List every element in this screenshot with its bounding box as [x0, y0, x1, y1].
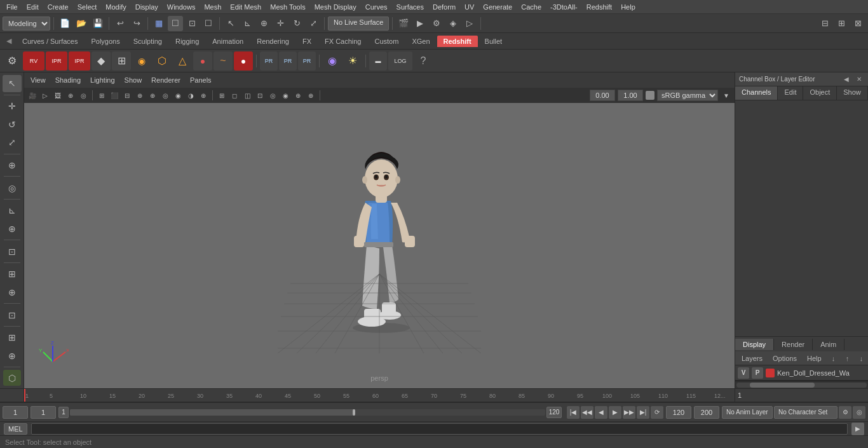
right-panel-scrollbar[interactable] — [735, 381, 868, 388]
vp-gate-icon[interactable]: ◫ — [241, 90, 253, 101]
timeline-area[interactable]: 1 5 10 15 20 25 30 35 40 45 50 55 60 65 … — [24, 389, 735, 402]
menu-mesh[interactable]: Mesh — [200, 2, 225, 12]
move-tool-button[interactable]: ✛ — [273, 16, 288, 31]
workspace-dropdown[interactable]: Modeling — [3, 17, 50, 31]
shelf-mat-btn2[interactable]: ~ — [214, 51, 233, 71]
layers-menu-layers[interactable]: Layers — [738, 353, 766, 363]
render-view-button[interactable]: 🎬 — [396, 16, 411, 31]
marquee-lt[interactable]: ⊡ — [3, 243, 22, 260]
camera-tools-lt[interactable]: ⊞ — [3, 329, 22, 346]
tab-animation[interactable]: Animation — [206, 36, 250, 47]
shelf-question-button[interactable]: ? — [414, 51, 433, 71]
vp-menu-shading[interactable]: Shading — [51, 75, 85, 85]
menu-curves[interactable]: Curves — [362, 2, 391, 12]
hypershade-button[interactable]: ◈ — [445, 16, 461, 31]
shelf-light-button[interactable]: ☀ — [343, 51, 362, 71]
play-button[interactable]: ▶ — [609, 406, 621, 419]
shelf-cube-button[interactable]: ⬡ — [153, 51, 172, 71]
menu-deform[interactable]: Deform — [429, 2, 459, 12]
layer-color-swatch[interactable] — [766, 369, 775, 377]
scale-tool-lt[interactable]: ⤢ — [3, 134, 22, 151]
menu-uv[interactable]: UV — [461, 2, 478, 12]
menu-generate[interactable]: Generate — [479, 2, 516, 12]
go-to-end-button[interactable]: ▶| — [637, 406, 649, 419]
tab-polygons[interactable]: Polygons — [85, 36, 126, 47]
vp-snap2-icon[interactable]: ◎ — [78, 90, 89, 101]
shelf-pr2-button[interactable]: PR — [279, 51, 297, 71]
vp-image-icon[interactable]: 🖼 — [52, 90, 64, 101]
snap-grid-lt[interactable]: ⊞ — [3, 266, 22, 283]
vp-isolate-icon[interactable]: ◉ — [280, 90, 291, 101]
shelf-rv-button[interactable]: RV — [23, 51, 44, 71]
shelf-ipr-button[interactable]: IPR — [46, 51, 67, 71]
vp-lighting-icon[interactable]: ⊕ — [147, 90, 158, 101]
menu-mesh-display[interactable]: Mesh Display — [311, 2, 360, 12]
menu-file[interactable]: File — [3, 2, 22, 12]
layer-playback-button[interactable]: P — [752, 367, 763, 379]
tab-show[interactable]: Show — [837, 86, 868, 100]
exposure-value-input[interactable] — [618, 90, 643, 101]
shelf-grid-button[interactable]: ⊞ — [112, 51, 131, 71]
range-slider-thumb[interactable] — [353, 409, 355, 416]
tab-rendering[interactable]: Rendering — [250, 36, 295, 47]
color-expand-icon[interactable]: ▼ — [721, 90, 732, 101]
menu-display[interactable]: Display — [132, 2, 162, 12]
vp-rig-icon[interactable]: ⊕ — [292, 90, 304, 101]
layers-menu-options[interactable]: Options — [769, 353, 801, 363]
save-file-button[interactable]: 💾 — [90, 16, 105, 31]
select-hierarchy-button[interactable]: ▦ — [151, 16, 166, 31]
camera-tools-lt2[interactable]: ⊕ — [3, 347, 22, 364]
tab-bullet[interactable]: Bullet — [478, 36, 509, 47]
gamma-value-input[interactable] — [590, 90, 615, 101]
vp-menu-renderer[interactable]: Renderer — [147, 75, 184, 85]
menu-3dto-all[interactable]: -3DtoAll- — [546, 2, 581, 12]
render-sequence-button[interactable]: ▷ — [462, 16, 477, 31]
menu-select[interactable]: Select — [74, 2, 101, 12]
prev-frame-button[interactable]: ◀ — [595, 406, 607, 419]
no-anim-layer-dropdown[interactable]: No Anim Layer — [722, 406, 773, 419]
scrollbar-track[interactable] — [736, 383, 867, 388]
shelf-pr3-button[interactable]: PR — [298, 51, 316, 71]
vp-manip-icon[interactable]: ◎ — [267, 90, 278, 101]
viewport-3d[interactable]: View Shading Lighting Show Renderer Pane… — [24, 72, 735, 388]
vp-region-icon[interactable]: ⊡ — [254, 90, 266, 101]
channel-box-close-button[interactable]: ✕ — [854, 74, 864, 85]
scrollbar-thumb[interactable] — [750, 383, 815, 388]
minimize-panel-button[interactable]: ⊟ — [817, 16, 832, 31]
show-manip-lt[interactable]: ⊕ — [3, 157, 22, 174]
menu-surfaces[interactable]: Surfaces — [393, 2, 428, 12]
scale-tool-button[interactable]: ⤢ — [306, 16, 321, 31]
tab-edit[interactable]: Edit — [778, 86, 803, 100]
vp-screen-space-ao[interactable]: ◉ — [172, 90, 184, 101]
float-panel-button[interactable]: ⊞ — [834, 16, 849, 31]
layers-menu-help[interactable]: Help — [803, 353, 825, 363]
shelf-mat-preview-button[interactable]: ◉ — [323, 51, 342, 71]
shelf-settings-button[interactable]: ⚙ — [3, 51, 22, 71]
vp-wireframe-icon[interactable]: ⊞ — [96, 90, 107, 101]
shelf-pr1-button[interactable]: PR — [260, 51, 278, 71]
vp-menu-show[interactable]: Show — [121, 75, 146, 85]
shelf-mat-btn3[interactable]: ● — [234, 51, 253, 71]
vp-shade-wire-icon[interactable]: ⊟ — [121, 90, 133, 101]
redo-button[interactable]: ↪ — [129, 16, 144, 31]
menu-windows[interactable]: Windows — [163, 2, 200, 12]
range-slider[interactable] — [70, 409, 545, 416]
maximize-panel-button[interactable]: ⊠ — [850, 16, 865, 31]
tab-fx-caching[interactable]: FX Caching — [318, 36, 367, 47]
channel-box-pin-button[interactable]: ◀ — [841, 74, 851, 85]
step-back-button[interactable]: ◀◀ — [581, 406, 593, 419]
anim-settings-button[interactable]: ⚙ — [839, 406, 851, 419]
vp-camera-icon[interactable]: 🎥 — [27, 90, 38, 101]
select-tool-lt[interactable]: ↖ — [3, 75, 22, 92]
move-tool-lt[interactable]: ✛ — [3, 98, 22, 115]
current-frame-input[interactable] — [31, 406, 56, 419]
shelf-rs1-button[interactable]: ◆ — [92, 51, 111, 71]
vp-menu-panels[interactable]: Panels — [186, 75, 215, 85]
vp-smooth-shade-icon[interactable]: ⬛ — [109, 90, 120, 101]
lasso-select-button[interactable]: ⊡ — [184, 16, 200, 31]
color-space-dropdown[interactable]: sRGB gamma — [657, 90, 718, 101]
anim-char-button[interactable]: ◎ — [853, 406, 865, 419]
tab-display[interactable]: Display — [735, 339, 774, 350]
rotate-tool-lt[interactable]: ↺ — [3, 116, 22, 133]
open-file-button[interactable]: 📂 — [74, 16, 89, 31]
